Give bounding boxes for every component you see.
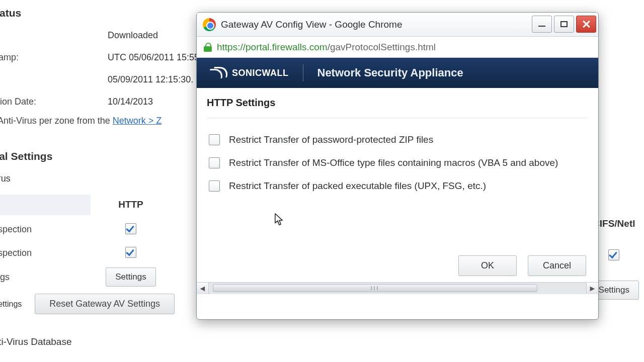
label-download: se: (0, 30, 108, 41)
url-secure: https://portal.firewalls.com (217, 42, 328, 52)
window-buttons (532, 16, 596, 33)
value-expire: 10/14/2013 (108, 97, 153, 107)
swoosh-icon (209, 67, 229, 79)
chrome-popup-window: Gateway AV Config View - Google Chrome h… (196, 12, 599, 320)
window-title: Gateway AV Config View - Google Chrome (221, 19, 402, 30)
scroll-right-button[interactable]: ► (586, 283, 598, 294)
dialog-content: HTTP Settings Restrict Transfer of passw… (197, 88, 598, 282)
inbound-http-checkbox[interactable] (125, 223, 136, 234)
outbound-http-checkbox[interactable] (125, 247, 136, 258)
ok-button[interactable]: OK (458, 255, 517, 276)
value-ts: UTC 05/06/2011 15:55 (108, 52, 199, 63)
option-packed: Restrict Transfer of packed executable f… (207, 174, 588, 198)
checkbox-packed[interactable] (209, 180, 220, 192)
url-text: https://portal.firewalls.com/gavProtocol… (217, 42, 436, 53)
network-zones-link[interactable]: Network > Z (113, 116, 162, 126)
brand-text: SONICWALL (232, 68, 289, 78)
reset-gateway-av-button[interactable]: Reset Gateway AV Settings (35, 294, 175, 314)
option-packed-label: Restrict Transfer of packed executable f… (229, 180, 486, 192)
option-macros-label: Restrict Transfer of MS-Office type file… (229, 157, 558, 168)
lock-icon (204, 43, 212, 52)
option-macros: Restrict Transfer of MS-Office type file… (207, 151, 588, 174)
http-settings-button[interactable]: Settings (106, 267, 155, 287)
minimize-icon (538, 26, 545, 27)
col-settings-label: col Settings (0, 268, 91, 287)
option-zip: Restrict Transfer of password-protected … (207, 128, 588, 151)
thumb-grip: III (371, 286, 379, 291)
checkbox-zip[interactable] (209, 134, 220, 145)
scroll-thumb[interactable]: III (213, 284, 537, 292)
scroll-left-button[interactable]: ◄ (197, 283, 209, 294)
value-lastchecked: 05/09/2011 12:15:30. (108, 74, 193, 85)
cifs-header: CIFS/Netl (593, 218, 635, 229)
outbound-label: bound Inspection (0, 244, 91, 262)
address-bar[interactable]: https://portal.firewalls.com/gavProtocol… (197, 37, 598, 58)
close-icon (582, 20, 590, 28)
url-rest: /gavProtocolSettings.html (328, 42, 436, 52)
maximize-icon (560, 21, 568, 27)
minimize-button[interactable] (532, 16, 552, 33)
value-download: Downloaded (108, 30, 158, 41)
label-ts: se Timestamp: (0, 52, 108, 63)
brand-subtitle: Network Security Appliance (317, 66, 463, 79)
av-settings-label: eway AV Settings (0, 300, 22, 309)
checkbox-macros[interactable] (209, 157, 220, 168)
http-column-header: HTTP (91, 194, 171, 215)
titlebar[interactable]: Gateway AV Config View - Google Chrome (197, 13, 598, 37)
horizontal-scrollbar[interactable]: ◄ III ► (197, 282, 598, 294)
inbound-label: bound Inspection (0, 220, 91, 239)
protocols-header: otocols (0, 195, 91, 215)
note-prefix: Gateway Anti-Virus per zone from the (0, 116, 113, 126)
label-expire: us Expiration Date: (0, 97, 108, 107)
chrome-icon (203, 18, 216, 31)
brand-divider (303, 64, 303, 81)
close-button[interactable] (576, 16, 596, 33)
http-settings-heading: HTTP Settings (207, 97, 588, 118)
dialog-button-row: OK Cancel (458, 255, 586, 276)
sonicwall-logo: SONICWALL (209, 67, 289, 79)
cifs-checkbox[interactable] (608, 249, 619, 260)
maximize-button[interactable] (554, 16, 574, 33)
scroll-track[interactable]: III (209, 283, 586, 294)
option-zip-label: Restrict Transfer of password-protected … (229, 134, 433, 145)
cancel-button[interactable]: Cancel (528, 255, 586, 276)
brand-bar: SONICWALL Network Security Appliance (197, 58, 598, 88)
